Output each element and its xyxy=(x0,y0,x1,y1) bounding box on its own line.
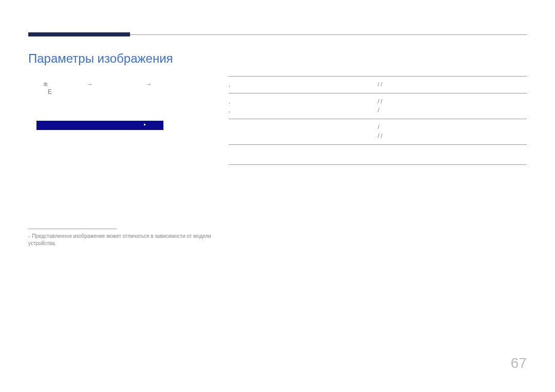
table-row: / / / xyxy=(229,119,527,144)
table-row xyxy=(229,144,527,165)
footnote: -Представленное изображение может отлича… xyxy=(28,233,218,247)
row-label xyxy=(229,148,378,161)
table-row: , / / xyxy=(229,76,527,93)
menu-icon: m xyxy=(44,81,46,88)
footnote-text: Представленное изображение может отличат… xyxy=(28,233,211,246)
screenshot-highlight-bar xyxy=(36,121,163,130)
arrow-icon: → xyxy=(145,80,152,88)
arrow-icon: → xyxy=(86,80,92,88)
row-value: / / / xyxy=(378,97,527,115)
row-value xyxy=(378,148,527,161)
row-value: / / / xyxy=(378,123,527,141)
header-rule xyxy=(130,34,527,35)
screenshot-dot xyxy=(144,124,145,125)
page-title: Параметры изображения xyxy=(28,51,173,66)
table-row: , , / / / xyxy=(229,93,527,119)
header-stripe xyxy=(28,32,130,36)
page-number: 67 xyxy=(511,355,527,371)
footnote-rule xyxy=(28,229,117,229)
row-label xyxy=(229,123,378,141)
row-value: / / xyxy=(378,80,527,89)
enter-key-label: E xyxy=(48,88,52,96)
row-label: , xyxy=(229,80,378,89)
breadcrumb: m → → xyxy=(44,80,152,88)
options-table: , / / , , / / / / / / xyxy=(229,76,527,165)
row-label: , , xyxy=(229,97,378,115)
